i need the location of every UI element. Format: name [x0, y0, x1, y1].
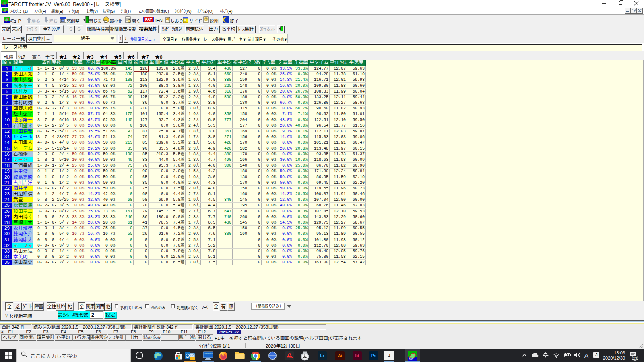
svg-text:Announce: Announce — [204, 352, 213, 355]
svg-text:TGT: TGT — [409, 358, 413, 360]
svg-text:?: ? — [205, 17, 207, 21]
